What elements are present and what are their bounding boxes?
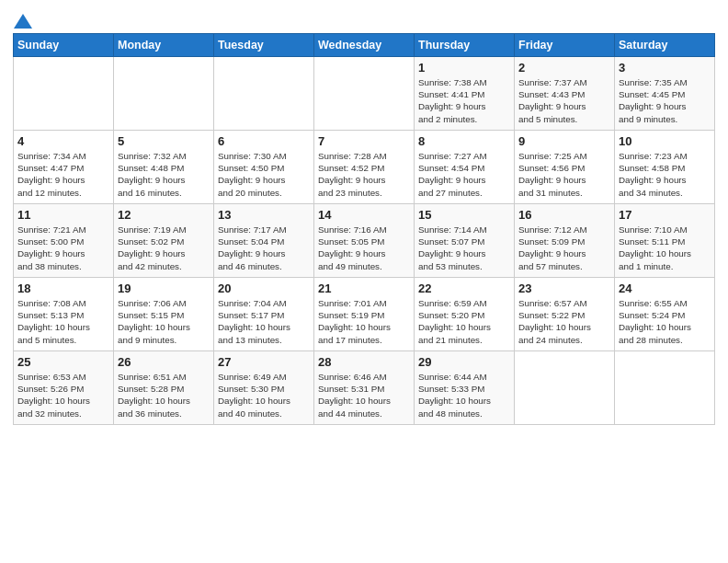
day-info: Sunrise: 7:14 AM Sunset: 5:07 PM Dayligh… bbox=[418, 224, 510, 272]
day-info: Sunrise: 6:55 AM Sunset: 5:24 PM Dayligh… bbox=[619, 297, 711, 346]
calendar-cell bbox=[615, 351, 715, 425]
day-number: 11 bbox=[17, 208, 109, 222]
calendar-cell bbox=[214, 57, 314, 131]
calendar-cell: 19Sunrise: 7:06 AM Sunset: 5:15 PM Dayli… bbox=[114, 278, 214, 351]
calendar-cell: 3Sunrise: 7:35 AM Sunset: 4:45 PM Daylig… bbox=[615, 57, 715, 131]
calendar-cell: 16Sunrise: 7:12 AM Sunset: 5:09 PM Dayli… bbox=[515, 204, 615, 278]
day-number: 8 bbox=[418, 134, 510, 148]
day-info: Sunrise: 7:25 AM Sunset: 4:56 PM Dayligh… bbox=[518, 150, 610, 199]
calendar-body: 1Sunrise: 7:38 AM Sunset: 4:41 PM Daylig… bbox=[14, 57, 715, 425]
day-header-sunday: Sunday bbox=[14, 34, 114, 57]
calendar-week-1: 1Sunrise: 7:38 AM Sunset: 4:41 PM Daylig… bbox=[14, 57, 715, 131]
calendar-cell: 9Sunrise: 7:25 AM Sunset: 4:56 PM Daylig… bbox=[515, 131, 615, 204]
day-header-monday: Monday bbox=[114, 34, 214, 57]
day-header-saturday: Saturday bbox=[615, 34, 715, 57]
day-header-wednesday: Wednesday bbox=[314, 34, 415, 57]
calendar-cell bbox=[314, 57, 415, 131]
day-number: 1 bbox=[418, 61, 510, 75]
day-info: Sunrise: 6:53 AM Sunset: 5:26 PM Dayligh… bbox=[17, 371, 109, 419]
day-number: 10 bbox=[619, 134, 711, 148]
calendar-cell bbox=[114, 57, 214, 131]
calendar-cell: 12Sunrise: 7:19 AM Sunset: 5:02 PM Dayli… bbox=[114, 204, 214, 278]
calendar-cell: 20Sunrise: 7:04 AM Sunset: 5:17 PM Dayli… bbox=[214, 278, 314, 351]
calendar-cell: 28Sunrise: 6:46 AM Sunset: 5:31 PM Dayli… bbox=[314, 351, 415, 425]
logo bbox=[13, 11, 33, 28]
day-number: 16 bbox=[518, 208, 610, 222]
day-info: Sunrise: 7:21 AM Sunset: 5:00 PM Dayligh… bbox=[17, 224, 109, 272]
day-info: Sunrise: 7:28 AM Sunset: 4:52 PM Dayligh… bbox=[318, 150, 410, 199]
day-number: 15 bbox=[418, 208, 510, 222]
day-number: 20 bbox=[218, 282, 310, 295]
svg-marker-0 bbox=[14, 14, 32, 29]
day-info: Sunrise: 7:10 AM Sunset: 5:11 PM Dayligh… bbox=[619, 224, 711, 272]
calendar-cell: 25Sunrise: 6:53 AM Sunset: 5:26 PM Dayli… bbox=[14, 351, 114, 425]
calendar-cell: 11Sunrise: 7:21 AM Sunset: 5:00 PM Dayli… bbox=[14, 204, 114, 278]
day-info: Sunrise: 6:49 AM Sunset: 5:30 PM Dayligh… bbox=[218, 371, 310, 419]
day-number: 24 bbox=[619, 282, 711, 295]
day-number: 28 bbox=[318, 355, 410, 369]
day-number: 27 bbox=[218, 355, 310, 369]
day-number: 9 bbox=[518, 134, 610, 148]
day-header-tuesday: Tuesday bbox=[214, 34, 314, 57]
calendar-cell bbox=[515, 351, 615, 425]
day-info: Sunrise: 6:46 AM Sunset: 5:31 PM Dayligh… bbox=[318, 371, 410, 419]
day-info: Sunrise: 7:38 AM Sunset: 4:41 PM Dayligh… bbox=[418, 76, 510, 125]
calendar-cell: 8Sunrise: 7:27 AM Sunset: 4:54 PM Daylig… bbox=[415, 131, 515, 204]
day-number: 25 bbox=[17, 355, 109, 369]
calendar-cell bbox=[14, 57, 114, 131]
day-info: Sunrise: 7:27 AM Sunset: 4:54 PM Dayligh… bbox=[418, 150, 510, 199]
calendar-cell: 26Sunrise: 6:51 AM Sunset: 5:28 PM Dayli… bbox=[114, 351, 214, 425]
calendar-cell: 24Sunrise: 6:55 AM Sunset: 5:24 PM Dayli… bbox=[615, 278, 715, 351]
calendar-cell: 15Sunrise: 7:14 AM Sunset: 5:07 PM Dayli… bbox=[415, 204, 515, 278]
day-info: Sunrise: 7:17 AM Sunset: 5:04 PM Dayligh… bbox=[218, 224, 310, 272]
day-number: 19 bbox=[118, 282, 210, 295]
day-number: 3 bbox=[619, 61, 711, 75]
day-number: 5 bbox=[118, 134, 210, 148]
calendar-cell: 27Sunrise: 6:49 AM Sunset: 5:30 PM Dayli… bbox=[214, 351, 314, 425]
day-info: Sunrise: 7:08 AM Sunset: 5:13 PM Dayligh… bbox=[17, 297, 109, 346]
day-info: Sunrise: 7:19 AM Sunset: 5:02 PM Dayligh… bbox=[118, 224, 210, 272]
day-info: Sunrise: 6:57 AM Sunset: 5:22 PM Dayligh… bbox=[518, 297, 610, 346]
calendar-cell: 14Sunrise: 7:16 AM Sunset: 5:05 PM Dayli… bbox=[314, 204, 415, 278]
day-number: 22 bbox=[418, 282, 510, 295]
logo-icon bbox=[13, 11, 33, 31]
calendar-week-4: 18Sunrise: 7:08 AM Sunset: 5:13 PM Dayli… bbox=[14, 278, 715, 351]
day-info: Sunrise: 7:35 AM Sunset: 4:45 PM Dayligh… bbox=[619, 76, 711, 125]
calendar-cell: 18Sunrise: 7:08 AM Sunset: 5:13 PM Dayli… bbox=[14, 278, 114, 351]
day-number: 17 bbox=[619, 208, 711, 222]
day-info: Sunrise: 7:06 AM Sunset: 5:15 PM Dayligh… bbox=[118, 297, 210, 346]
calendar-cell: 29Sunrise: 6:44 AM Sunset: 5:33 PM Dayli… bbox=[415, 351, 515, 425]
calendar-cell: 2Sunrise: 7:37 AM Sunset: 4:43 PM Daylig… bbox=[515, 57, 615, 131]
day-info: Sunrise: 7:12 AM Sunset: 5:09 PM Dayligh… bbox=[518, 224, 610, 272]
calendar-cell: 4Sunrise: 7:34 AM Sunset: 4:47 PM Daylig… bbox=[14, 131, 114, 204]
day-number: 4 bbox=[17, 134, 109, 148]
calendar-week-5: 25Sunrise: 6:53 AM Sunset: 5:26 PM Dayli… bbox=[14, 351, 715, 425]
day-info: Sunrise: 6:51 AM Sunset: 5:28 PM Dayligh… bbox=[118, 371, 210, 419]
calendar-cell: 17Sunrise: 7:10 AM Sunset: 5:11 PM Dayli… bbox=[615, 204, 715, 278]
day-number: 12 bbox=[118, 208, 210, 222]
calendar-header bbox=[13, 11, 715, 28]
calendar-cell: 5Sunrise: 7:32 AM Sunset: 4:48 PM Daylig… bbox=[114, 131, 214, 204]
calendar-cell: 13Sunrise: 7:17 AM Sunset: 5:04 PM Dayli… bbox=[214, 204, 314, 278]
day-info: Sunrise: 7:37 AM Sunset: 4:43 PM Dayligh… bbox=[518, 76, 610, 125]
day-number: 14 bbox=[318, 208, 410, 222]
day-info: Sunrise: 6:44 AM Sunset: 5:33 PM Dayligh… bbox=[418, 371, 510, 419]
calendar-cell: 23Sunrise: 6:57 AM Sunset: 5:22 PM Dayli… bbox=[515, 278, 615, 351]
day-header-friday: Friday bbox=[515, 34, 615, 57]
calendar-cell: 10Sunrise: 7:23 AM Sunset: 4:58 PM Dayli… bbox=[615, 131, 715, 204]
day-info: Sunrise: 7:04 AM Sunset: 5:17 PM Dayligh… bbox=[218, 297, 310, 346]
calendar-week-2: 4Sunrise: 7:34 AM Sunset: 4:47 PM Daylig… bbox=[14, 131, 715, 204]
day-number: 23 bbox=[518, 282, 610, 295]
day-number: 29 bbox=[418, 355, 510, 369]
calendar-cell: 21Sunrise: 7:01 AM Sunset: 5:19 PM Dayli… bbox=[314, 278, 415, 351]
day-number: 6 bbox=[218, 134, 310, 148]
day-number: 7 bbox=[318, 134, 410, 148]
calendar-page: SundayMondayTuesdayWednesdayThursdayFrid… bbox=[0, 0, 728, 434]
day-info: Sunrise: 7:30 AM Sunset: 4:50 PM Dayligh… bbox=[218, 150, 310, 199]
calendar-cell: 7Sunrise: 7:28 AM Sunset: 4:52 PM Daylig… bbox=[314, 131, 415, 204]
day-header-thursday: Thursday bbox=[415, 34, 515, 57]
day-info: Sunrise: 6:59 AM Sunset: 5:20 PM Dayligh… bbox=[418, 297, 510, 346]
day-info: Sunrise: 7:32 AM Sunset: 4:48 PM Dayligh… bbox=[118, 150, 210, 199]
day-info: Sunrise: 7:16 AM Sunset: 5:05 PM Dayligh… bbox=[318, 224, 410, 272]
day-number: 26 bbox=[118, 355, 210, 369]
